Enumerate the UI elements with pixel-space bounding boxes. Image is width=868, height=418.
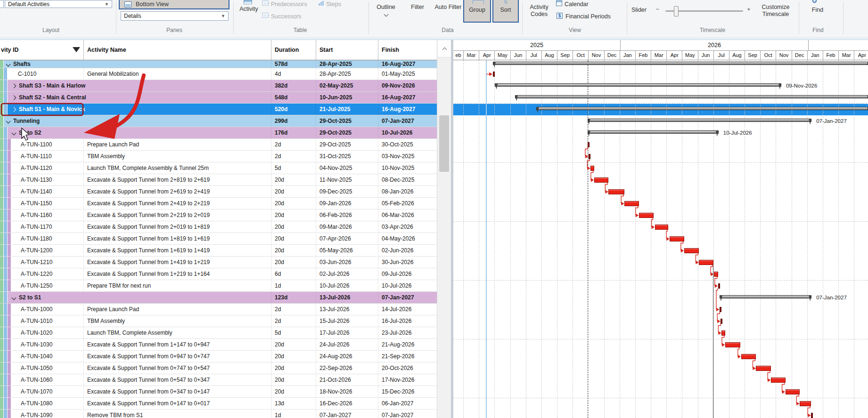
table-row[interactable]: A-TUN-1010TBM Assembly2d15-Jul-202616-Ju…: [0, 315, 437, 327]
task-bar[interactable]: [718, 283, 720, 289]
table-row[interactable]: A-TUN-1140Excavate & Support Tunnel from…: [0, 186, 437, 198]
table-row[interactable]: A-TUN-1170Excavate & Support Tunnel from…: [0, 221, 437, 233]
scrollbar-thumb[interactable]: [439, 115, 449, 172]
summary-bar[interactable]: [495, 83, 781, 87]
filter-button[interactable]: Filter: [405, 4, 430, 11]
timescale-month[interactable]: Apr: [479, 51, 494, 60]
table-row[interactable]: A-TUN-1130Excavate & Support Tunnel from…: [0, 174, 437, 186]
timescale-month[interactable]: Apr: [666, 51, 682, 60]
zoom-out-button[interactable]: −: [654, 6, 661, 13]
table-row[interactable]: S3 to S2176d29-Oct-202510-Jul-2026: [0, 127, 437, 139]
task-bar[interactable]: [624, 201, 639, 206]
zoom-in-button[interactable]: +: [745, 6, 752, 13]
table-row[interactable]: A-TUN-1250Prepare TBM for next run1d10-J…: [0, 280, 437, 292]
task-bar[interactable]: [756, 366, 771, 371]
task-bar[interactable]: [714, 272, 718, 277]
task-bar[interactable]: [771, 378, 786, 383]
task-bar[interactable]: [684, 248, 699, 253]
table-row[interactable]: A-TUN-1210Excavate & Support Tunnel from…: [0, 257, 437, 268]
table-row[interactable]: A-TUN-1220Excavate & Support Tunnel from…: [0, 268, 437, 280]
timescale-year[interactable]: [808, 40, 868, 50]
table-row[interactable]: S2 to S1123d13-Jul-202607-Jan-2027: [0, 292, 437, 304]
timescale-month[interactable]: Jun: [698, 51, 713, 60]
task-bar[interactable]: [588, 142, 590, 147]
summary-bar[interactable]: [536, 107, 868, 110]
timescale-month[interactable]: Aug: [541, 51, 557, 60]
table-row[interactable]: A-TUN-1040Excavate & Support Tunnel from…: [0, 351, 437, 362]
task-bar[interactable]: [699, 260, 713, 265]
activity-codes-button[interactable]: Activity Codes: [524, 4, 554, 18]
timescale-month[interactable]: Mar: [838, 51, 854, 60]
timescale-month[interactable]: Oct: [760, 51, 776, 60]
task-bar[interactable]: [590, 166, 594, 171]
task-bar[interactable]: [811, 413, 813, 418]
timescale-month[interactable]: Feb: [635, 51, 651, 60]
timescale-header[interactable]: 20252026ebMarAprMayJunJulAugSepOctNovDec…: [453, 40, 868, 60]
task-bar[interactable]: [639, 213, 654, 218]
column-header-duration[interactable]: Duration: [275, 40, 299, 60]
task-bar[interactable]: [741, 354, 756, 359]
timescale-slider-thumb[interactable]: [674, 6, 679, 16]
table-row[interactable]: A-TUN-1200Excavate & Support Tunnel from…: [0, 245, 437, 257]
task-bar[interactable]: [800, 401, 811, 406]
table-row[interactable]: A-TUN-1100Prepare Launch Pad2d29-Oct-202…: [0, 139, 437, 151]
summary-bar[interactable]: [588, 119, 811, 122]
task-bar[interactable]: [608, 189, 624, 194]
layout-combobox[interactable]: Default Activities ▼: [5, 0, 112, 8]
timescale-month[interactable]: Aug: [729, 51, 745, 60]
timescale-month[interactable]: Apr: [854, 51, 868, 60]
timescale-year[interactable]: 2025: [453, 40, 620, 50]
table-row[interactable]: A-TUN-1060Excavate & Support Tunnel from…: [0, 374, 437, 386]
task-bar[interactable]: [493, 72, 495, 77]
timescale-month[interactable]: Mar: [463, 51, 479, 60]
table-row[interactable]: A-TUN-1150Excavate & Support Tunnel from…: [0, 198, 437, 209]
timescale-month[interactable]: Feb: [823, 51, 838, 60]
table-row[interactable]: A-TUN-1020Launch TBM, Complete Assembly5…: [0, 327, 437, 339]
table-row[interactable]: A-TUN-1180Excavate & Support Tunnel from…: [0, 233, 437, 245]
bottom-view-button[interactable]: Bottom View: [119, 0, 229, 9]
timescale-month[interactable]: eb: [453, 51, 463, 60]
timescale-year[interactable]: 2026: [620, 40, 808, 50]
table-row[interactable]: A-TUN-1070Excavate & Support Tunnel from…: [0, 386, 437, 398]
task-bar[interactable]: [670, 236, 684, 241]
table-row[interactable]: Shaft S2 - Main & Central548d10-Jun-2025…: [0, 92, 437, 104]
summary-bar[interactable]: [720, 295, 811, 298]
filter-funnel-icon[interactable]: [73, 47, 80, 52]
timescale-month[interactable]: Sep: [745, 51, 760, 60]
customize-timescale-button[interactable]: Customize Timescale: [754, 4, 797, 18]
table-row[interactable]: A-TUN-1160Excavate & Support Tunnel from…: [0, 209, 437, 221]
timescale-month[interactable]: Jan: [807, 51, 823, 60]
clipped-combo[interactable]: [0, 0, 4, 8]
task-bar[interactable]: [655, 225, 668, 230]
timescale-month[interactable]: May: [494, 51, 510, 60]
task-bar[interactable]: [725, 342, 740, 347]
table-row[interactable]: Tunneling299d29-Oct-202507-Jan-2027: [0, 115, 437, 127]
table-row[interactable]: Shafts578d28-Apr-202516-Aug-2027: [0, 60, 437, 68]
sort-button[interactable]: ⇅ Sort: [492, 0, 519, 23]
timescale-month[interactable]: Oct: [573, 51, 588, 60]
vertical-scrollbar[interactable]: [437, 40, 451, 418]
summary-bar[interactable]: [493, 62, 868, 65]
timescale-month[interactable]: Sep: [557, 51, 573, 60]
timescale-month[interactable]: Jun: [510, 51, 526, 60]
timescale-month[interactable]: May: [682, 51, 697, 60]
summary-bar[interactable]: [588, 130, 719, 134]
table-row[interactable]: A-TUN-1110TBM Assembly2d31-Oct-202503-No…: [0, 151, 437, 162]
column-header-activity-id[interactable]: vity ID: [1, 40, 19, 60]
table-row[interactable]: A-TUN-1050Excavate & Support Tunnel from…: [0, 362, 437, 374]
task-bar[interactable]: [720, 307, 721, 312]
table-row[interactable]: A-TUN-1090Remove TBM from S11d07-Jan-202…: [0, 410, 437, 418]
table-row[interactable]: A-TUN-1120Launch TBM, Complete Assembly …: [0, 162, 437, 174]
summary-bar[interactable]: [515, 95, 868, 98]
table-row[interactable]: C-1010General Mobilization4d28-Apr-20250…: [0, 68, 437, 80]
column-header-finish[interactable]: Finish: [382, 40, 399, 60]
task-bar[interactable]: [786, 389, 800, 394]
table-row[interactable]: A-TUN-1080Excavate & Support Tunnel from…: [0, 398, 437, 410]
financial-periods-button[interactable]: Financial Periods: [565, 13, 622, 20]
timescale-month[interactable]: Dec: [604, 51, 620, 60]
group-button[interactable]: Group: [463, 0, 491, 23]
task-bar[interactable]: [594, 177, 609, 183]
timescale-month[interactable]: Jul: [526, 51, 541, 60]
table-row[interactable]: Shaft S3 - Main & Harlow382d02-May-20250…: [0, 80, 437, 92]
activity-button[interactable]: Activity: [236, 6, 262, 13]
